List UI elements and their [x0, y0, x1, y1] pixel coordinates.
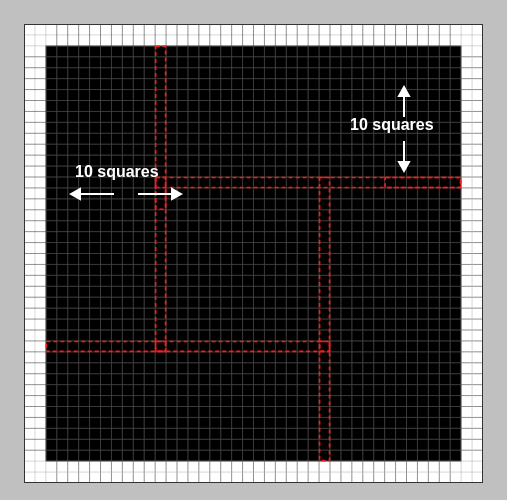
- right-measure-label: 10 squares: [350, 116, 434, 134]
- left-measure-label: 10 squares: [75, 163, 159, 181]
- grid-diagram: 10 squares 10 squares: [24, 24, 483, 483]
- grid-canvas: [24, 24, 483, 483]
